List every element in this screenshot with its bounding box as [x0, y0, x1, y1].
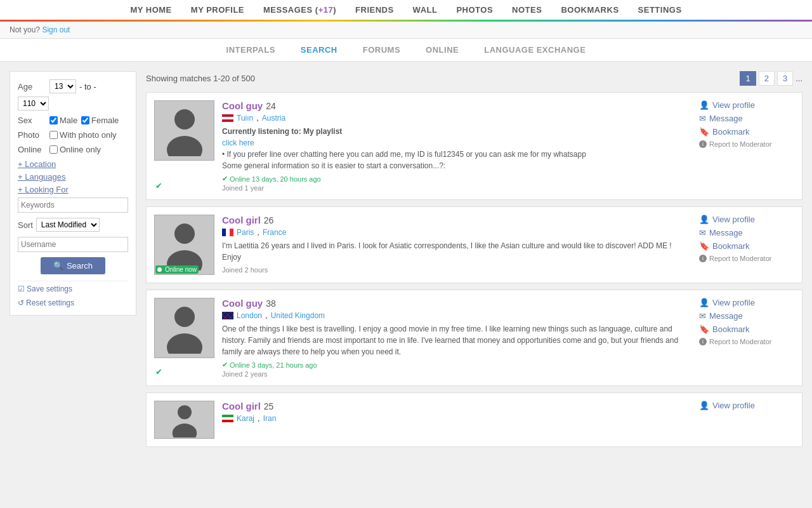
view-profile-link[interactable]: 👤 View profile	[699, 401, 755, 410]
view-profile-link[interactable]: 👤 View profile	[699, 100, 755, 110]
profile-name[interactable]: Cool guy	[222, 100, 263, 111]
person-icon: 👤	[699, 401, 709, 410]
avatar	[154, 401, 214, 439]
report-link[interactable]: i Report to Moderator	[699, 338, 771, 345]
profile-name-row: Cool girl 25	[222, 401, 691, 411]
profile-age: 25	[264, 401, 274, 411]
age-max-select[interactable]: 110 99 60	[18, 97, 49, 110]
joined-text: Joined 1 year	[222, 184, 691, 192]
message-label: Message	[709, 311, 743, 321]
profile-card: ✔ Cool guy 24 Tuiın, Austria Currently l…	[146, 92, 802, 200]
city-link[interactable]: London	[237, 311, 262, 320]
subnav-language-exchange[interactable]: LANGUAGE EXCHANGE	[484, 45, 586, 55]
message-link[interactable]: ✉ Message	[699, 311, 743, 321]
profile-name[interactable]: Cool guy	[222, 298, 263, 309]
reset-settings-label: Reset settings	[26, 298, 74, 307]
svg-point-5	[167, 333, 202, 354]
location-filter-link[interactable]: + Location	[18, 159, 128, 169]
online-time: Online 13 days, 20 hours ago	[230, 175, 321, 183]
profile-name[interactable]: Cool girl	[222, 401, 261, 411]
city-link[interactable]: Paris	[237, 228, 254, 237]
profile-info: Cool girl 25 Karaj, Iran	[222, 401, 691, 439]
nav-wall[interactable]: WALL	[413, 5, 438, 15]
avatar-container: Online now	[154, 215, 214, 275]
search-button[interactable]: 🔍 Search	[41, 257, 105, 274]
view-profile-link[interactable]: 👤 View profile	[699, 215, 755, 224]
subnav-online[interactable]: ONLINE	[426, 45, 459, 55]
view-profile-label: View profile	[712, 100, 755, 110]
photo-only-text: With photo only	[60, 130, 117, 140]
nav-my-profile[interactable]: MY PROFILE	[191, 5, 244, 15]
view-profile-label: View profile	[712, 401, 755, 410]
report-label: Report to Moderator	[709, 338, 771, 345]
sub-navigation: INTERPALS SEARCH FORUMS ONLINE LANGUAGE …	[0, 39, 812, 62]
city-link[interactable]: Tuiın	[237, 114, 253, 123]
photo-only-label[interactable]: With photo only	[49, 130, 117, 140]
page-2-link[interactable]: 2	[759, 71, 775, 86]
nav-bookmarks[interactable]: BOOKMARKS	[561, 5, 619, 15]
male-checkbox-label[interactable]: Male	[49, 116, 78, 125]
joined-text: Joined 2 years	[222, 370, 691, 378]
profile-info: Cool guy 38 London, United Kingdom One o…	[222, 298, 691, 378]
country-link[interactable]: France	[263, 228, 286, 237]
nav-friends[interactable]: FRIENDS	[355, 5, 394, 15]
profile-name-row: Cool girl 26	[222, 215, 691, 225]
bookmark-link[interactable]: 🔖 Bookmark	[699, 127, 750, 137]
age-separator: - to -	[79, 82, 96, 91]
reset-settings-link[interactable]: ↺ Reset settings	[18, 298, 74, 307]
bookmark-icon: 🔖	[699, 241, 709, 251]
nav-messages[interactable]: MESSAGES (+17)	[263, 5, 336, 15]
subnav-search[interactable]: SEARCH	[301, 45, 337, 55]
subnav-forums[interactable]: FORUMS	[363, 45, 400, 55]
profile-location: London, United Kingdom	[222, 311, 691, 320]
online-time: Online 3 days, 21 hours ago	[230, 361, 317, 369]
nav-settings[interactable]: SETTINGS	[638, 5, 682, 15]
report-label: Report to Moderator	[709, 255, 771, 262]
message-icon: ✉	[699, 114, 706, 123]
avatar-silhouette	[162, 303, 207, 354]
sort-select[interactable]: Last Modified Newest Online Username	[36, 218, 100, 232]
male-checkbox[interactable]	[49, 116, 58, 124]
report-link[interactable]: i Report to Moderator	[699, 140, 771, 148]
search-results: Showing matches 1-20 of 500 1 2 3 ... ✔	[146, 71, 802, 453]
age-min-select[interactable]: 13 18 25	[49, 79, 76, 93]
photo-only-checkbox[interactable]	[49, 131, 58, 139]
nav-notes[interactable]: NOTES	[512, 5, 542, 15]
page-1-link[interactable]: 1	[740, 71, 756, 86]
pagination: 1 2 3 ...	[740, 71, 802, 86]
nav-photos[interactable]: PHOTOS	[456, 5, 493, 15]
online-only-label[interactable]: Online only	[49, 145, 101, 154]
message-link[interactable]: ✉ Message	[699, 114, 743, 123]
profile-actions: 👤 View profile ✉ Message 🔖 Bookmark i Re…	[699, 100, 794, 192]
country-flag	[222, 114, 233, 122]
person-icon: 👤	[699, 215, 709, 224]
country-flag	[222, 415, 233, 422]
age-label: Age	[18, 82, 46, 91]
report-link[interactable]: i Report to Moderator	[699, 255, 771, 262]
profile-name[interactable]: Cool girl	[222, 215, 261, 225]
sign-out-link[interactable]: Sign out	[42, 25, 70, 34]
country-link[interactable]: Iran	[263, 414, 277, 423]
message-link[interactable]: ✉ Message	[699, 228, 743, 237]
save-settings-link[interactable]: ☑ Save settings	[18, 284, 72, 293]
online-status-icon: ✔	[222, 175, 228, 183]
looking-for-filter-link[interactable]: + Looking For	[18, 185, 128, 194]
username-input[interactable]	[18, 237, 128, 252]
avatar-silhouette	[162, 220, 207, 271]
bio-link[interactable]: click here	[222, 138, 254, 147]
view-profile-link[interactable]: 👤 View profile	[699, 298, 755, 307]
female-checkbox-label[interactable]: Female	[81, 116, 119, 125]
online-only-checkbox[interactable]	[49, 145, 58, 154]
country-link[interactable]: United Kingdom	[271, 311, 325, 320]
nav-my-home[interactable]: MY HOME	[130, 5, 171, 15]
search-button-label: Search	[67, 261, 93, 271]
subnav-interpals[interactable]: INTERPALS	[226, 45, 275, 55]
keywords-input[interactable]	[18, 197, 128, 213]
page-3-link[interactable]: 3	[777, 71, 793, 86]
bookmark-link[interactable]: 🔖 Bookmark	[699, 324, 750, 334]
languages-filter-link[interactable]: + Languages	[18, 172, 128, 182]
female-checkbox[interactable]	[81, 116, 89, 124]
bookmark-link[interactable]: 🔖 Bookmark	[699, 241, 750, 251]
city-link[interactable]: Karaj	[237, 414, 254, 423]
country-link[interactable]: Austria	[262, 114, 285, 123]
